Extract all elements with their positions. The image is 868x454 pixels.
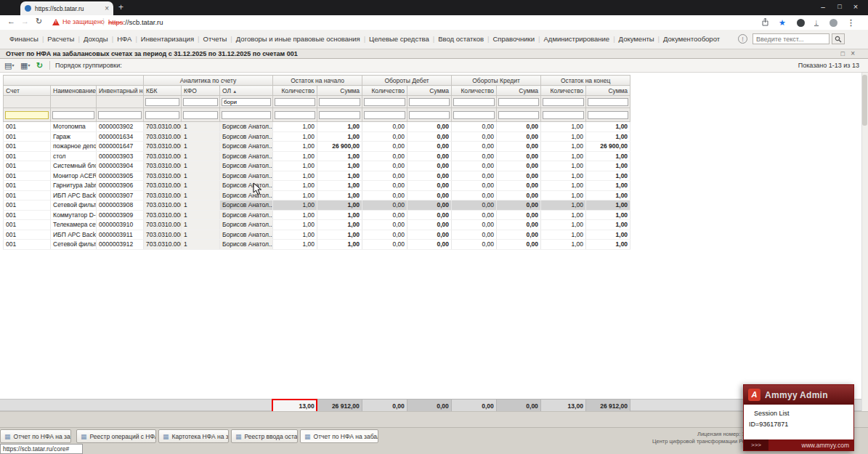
table-row[interactable]: 001Сетевой фильт...0000003908703.0310.00… [4, 200, 630, 211]
export-button[interactable]: ▤▾ [4, 60, 14, 70]
filter-input[interactable] [183, 111, 218, 119]
menu-item-7[interactable]: Договоры и иные правовые основания [232, 35, 364, 43]
filter-input[interactable] [588, 98, 628, 106]
taskbar-tab-4[interactable]: ▦Отчет по НФА на забалансов... [300, 429, 378, 443]
filter-input[interactable] [145, 98, 179, 106]
filter-input[interactable] [52, 111, 94, 119]
table-row[interactable]: 001Сетевой фильт...0000003912703.0310.00… [4, 240, 630, 250]
table-row[interactable]: 001ИБП APC Back-U...0000003907703.0310.0… [4, 190, 630, 200]
print-button[interactable]: ▦▾ [20, 60, 30, 70]
menu-item-11[interactable]: Администрирование [540, 35, 614, 43]
share-icon[interactable] [761, 17, 769, 28]
filter-input[interactable] [222, 98, 271, 106]
filter-input[interactable] [498, 111, 539, 119]
search-input[interactable] [753, 33, 830, 44]
filter-input[interactable] [98, 111, 142, 119]
window-close-button[interactable]: × [848, 1, 863, 12]
column-header[interactable]: Инвентарный н... [97, 86, 144, 96]
bookmark-star-icon[interactable]: ★ [779, 18, 786, 28]
menu-item-12[interactable]: Документы [615, 35, 658, 43]
table-row[interactable]: 001Системный бло...0000003904703.0310.00… [4, 161, 630, 171]
menu-item-6[interactable]: Отчеты [200, 35, 231, 43]
menu-item-2[interactable]: Расчеты [44, 35, 78, 43]
filter-input[interactable] [5, 111, 49, 119]
scrollbar-thumb[interactable] [862, 75, 867, 126]
column-header[interactable]: Количество [541, 86, 586, 96]
column-header[interactable]: Количество [273, 86, 317, 96]
report-close-icon[interactable]: × [851, 49, 855, 58]
menu-item-9[interactable]: Ввод остатков [434, 35, 487, 43]
table-row[interactable]: 001пожарное депо ...0000001647703.0310.0… [4, 142, 630, 152]
report-maximize-icon[interactable]: □ [841, 49, 845, 58]
column-header[interactable]: КФО [182, 86, 220, 96]
column-header[interactable]: Сумма [586, 86, 630, 96]
window-minimize-button[interactable]: – [816, 1, 830, 12]
table-row[interactable]: 001Мотопомпа0000003902703.0310.00000...1… [4, 122, 630, 132]
filter-input[interactable] [364, 111, 405, 119]
menu-item-1[interactable]: Финансы [6, 35, 42, 43]
filter-input[interactable] [588, 111, 628, 119]
filter-input[interactable] [543, 111, 584, 119]
ammyy-website-link[interactable]: www.ammyy.com [768, 442, 853, 449]
profile-badge-icon[interactable] [797, 19, 805, 27]
table-row[interactable]: 001Гараж0000001634703.0310.00000...1Бори… [4, 131, 630, 142]
downloads-icon[interactable]: ↓ [814, 18, 819, 26]
info-icon[interactable]: ! [738, 34, 747, 44]
filter-input[interactable] [319, 111, 360, 119]
ammyy-expand-button[interactable]: >>> [744, 439, 768, 450]
ammyy-title-bar[interactable]: A Ammyy Admin [744, 385, 853, 405]
filter-input[interactable] [409, 98, 450, 106]
tab-close-icon[interactable]: × [105, 5, 109, 12]
browser-menu-icon[interactable]: ⋮ [847, 18, 855, 28]
filter-input[interactable] [364, 98, 405, 106]
filter-input[interactable] [275, 111, 315, 119]
taskbar-tab-3[interactable]: ▦Реестр ввода остатков ... [231, 429, 298, 443]
filter-input[interactable] [543, 98, 584, 106]
column-header[interactable]: Количество [362, 86, 407, 96]
column-header[interactable]: Количество [452, 86, 497, 96]
data-cell: 1,00 [317, 161, 362, 171]
filter-input[interactable] [409, 111, 450, 119]
filter-input[interactable] [453, 98, 495, 106]
taskbar-tab-partial[interactable]: ▦Отчет по НФА на забалан... [0, 429, 71, 443]
table-row[interactable]: 001Коммутатор D-L...0000003909703.0310.0… [4, 210, 630, 220]
filter-input[interactable] [222, 111, 271, 119]
filter-input[interactable] [183, 98, 218, 106]
filter-input[interactable] [145, 111, 179, 119]
window-maximize-button[interactable]: □ [832, 1, 847, 12]
column-header[interactable]: ОЛ▲ [220, 86, 273, 96]
table-row[interactable]: 001стол0000003903703.0310.00000...1Борис… [4, 151, 630, 161]
ammyy-session-list[interactable]: Session List [754, 410, 853, 417]
column-header[interactable]: Наименование [51, 86, 97, 96]
browser-tab[interactable]: https://scb.tatar.ru × [20, 1, 113, 15]
table-row[interactable]: 001ИБП APC Back-U...0000003911703.0310.0… [4, 230, 630, 240]
menu-item-4[interactable]: НФА [113, 35, 135, 43]
search-button[interactable] [832, 33, 845, 44]
menu-item-3[interactable]: Доходы [80, 35, 112, 43]
column-header[interactable]: Сумма [317, 86, 362, 96]
taskbar-tab-1[interactable]: ▦Реестр операций с НФА ... [76, 429, 156, 443]
menu-item-10[interactable]: Справочники [490, 35, 539, 43]
column-header[interactable]: Сумма [407, 86, 452, 96]
menu-item-8[interactable]: Целевые средства [365, 35, 433, 43]
table-row[interactable]: 001Гарнитура Jabr...0000003906703.0310.0… [4, 181, 630, 191]
table-row[interactable]: 001Телекамера сет...0000003910703.0310.0… [4, 220, 630, 230]
reload-icon[interactable]: ↻ [36, 17, 42, 26]
back-icon[interactable]: ← [7, 17, 15, 25]
filter-input[interactable] [275, 98, 315, 106]
table-row[interactable]: 001Монитор ACER ...0000003905703.0310.00… [4, 171, 630, 181]
taskbar-tab-2[interactable]: ▦Картотека НФА на забал... [158, 429, 229, 443]
url-text[interactable]: https://scb.tatar.ru [108, 18, 163, 26]
refresh-button[interactable]: ↻ [36, 60, 43, 70]
filter-input[interactable] [319, 98, 360, 106]
menu-item-5[interactable]: Инвентаризация [137, 35, 198, 43]
security-warning-label[interactable]: Не защищено [62, 18, 105, 25]
column-header[interactable]: Счет [4, 86, 51, 96]
avatar-icon[interactable] [830, 19, 837, 27]
column-header[interactable]: Сумма [497, 86, 541, 96]
column-header[interactable]: КБК [144, 86, 182, 96]
filter-input[interactable] [498, 98, 539, 106]
menu-item-13[interactable]: Документооборот [660, 35, 723, 43]
new-tab-button[interactable]: + [118, 2, 123, 13]
filter-input[interactable] [453, 111, 495, 119]
